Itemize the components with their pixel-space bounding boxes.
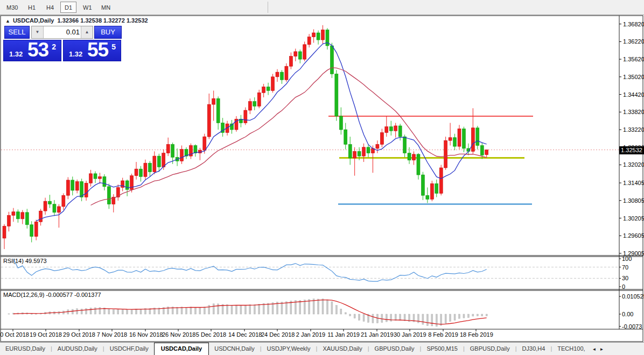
volume-input[interactable]: 0.01: [45, 26, 80, 38]
macd-histogram-bar: [199, 308, 201, 314]
date-axis-label: 21 Jan 2019: [361, 331, 393, 338]
date-axis-label: 19 Oct 2018: [30, 331, 62, 338]
timeframe-button-h4[interactable]: H4: [42, 2, 58, 13]
chart-window: ▲USDCAD,Daily 1.32366 1.32538 1.32272 1.…: [0, 15, 644, 342]
candle-body: [94, 174, 97, 179]
candle-body: [298, 52, 302, 59]
candle-body: [157, 156, 160, 167]
macd-histogram-bar: [8, 314, 10, 314]
candle-body: [39, 211, 43, 222]
macd-histogram-bar: [131, 310, 132, 314]
macd-histogram-bar: [477, 314, 478, 316]
macd-histogram-bar: [58, 311, 60, 314]
tab-usdcnh-daily[interactable]: USDCNH,Daily: [209, 343, 260, 354]
buy-price-panel[interactable]: 1.32 55 5: [63, 40, 121, 61]
rsi-axis-label: 30: [622, 275, 628, 281]
timeframe-button-d1[interactable]: D1: [60, 2, 76, 13]
candle-body: [276, 72, 279, 77]
volume-decrease-icon[interactable]: ▼: [32, 26, 44, 38]
candle-body: [66, 180, 69, 195]
candle-body: [358, 151, 361, 156]
volume-stepper[interactable]: ▼ 0.01 ▲: [31, 26, 93, 39]
tab-sp500-m15[interactable]: SP500,M15: [421, 343, 463, 354]
rsi-axis-label: 70: [622, 264, 628, 271]
macd-histogram-bar: [481, 314, 483, 316]
buy-price-pip: 5: [111, 42, 116, 51]
timeframe-button-w1[interactable]: W1: [79, 2, 96, 13]
buy-price-prefix: 1.32: [69, 50, 82, 58]
date-axis-label: 26 Nov 2018: [162, 331, 194, 338]
candle-body: [394, 126, 397, 131]
macd-histogram-bar: [213, 304, 214, 314]
macd-histogram-bar: [349, 314, 351, 316]
macd-histogram-bar: [459, 314, 460, 318]
candle-body: [85, 183, 88, 197]
sell-price-panel[interactable]: 1.32 53 2: [3, 40, 61, 61]
buy-button[interactable]: BUY: [94, 26, 122, 39]
macd-histogram-bar: [227, 304, 228, 314]
timeframe-button-h1[interactable]: H1: [24, 2, 40, 13]
sell-button[interactable]: SELL: [4, 26, 30, 39]
candle-body: [7, 215, 10, 226]
macd-histogram-bar: [263, 303, 264, 314]
sell-price-pip: 2: [52, 42, 56, 51]
macd-histogram-bar: [445, 314, 446, 323]
macd-histogram-bar: [340, 309, 342, 314]
current-price-tag: 1.32532: [619, 146, 644, 154]
tab-tech100-[interactable]: TECH100,: [552, 343, 590, 354]
timeframe-button-m30[interactable]: M30: [2, 2, 22, 13]
candle-body: [244, 110, 247, 123]
price-axis-label: 1.32020: [623, 161, 644, 168]
candle-body: [376, 144, 379, 148]
candle-body: [3, 226, 6, 238]
rsi-line: [13, 259, 487, 281]
price-axis-label: 1.29605: [623, 232, 644, 239]
candle-body: [34, 222, 38, 236]
tab-usdjpy-weekly[interactable]: USDJPY,Weekly: [262, 343, 316, 354]
macd-histogram-bar: [81, 309, 82, 314]
candle-body: [289, 56, 292, 67]
macd-histogram-bar: [304, 300, 305, 314]
symbol-tab-bar: EURUSD,Daily|AUDUSD,Daily|USDCHF,DailyUS…: [0, 342, 644, 355]
date-axis-label: 29 Oct 2018: [63, 331, 95, 338]
trading-platform-window: M30H1H4D1W1MN ▲USDCAD,Daily 1.32366 1.32…: [0, 0, 644, 355]
timeframe-button-mn[interactable]: MN: [97, 2, 115, 13]
candle-body: [216, 98, 220, 123]
macd-histogram-bar: [313, 299, 314, 314]
macd-histogram-bar: [426, 314, 428, 326]
macd-histogram-bar: [204, 307, 205, 314]
candle-body: [344, 130, 347, 144]
macd-histogram-bar: [99, 308, 101, 314]
macd-histogram-bar: [177, 307, 178, 314]
candle-body: [44, 201, 47, 211]
macd-histogram-bar: [318, 299, 319, 314]
candle-body: [16, 212, 19, 219]
tab-xauusd-daily[interactable]: XAUUSD,Daily: [317, 343, 367, 354]
candle-body: [257, 93, 261, 106]
tab-scroll-right-icon[interactable]: ►: [598, 344, 606, 355]
macd-histogram-bar: [450, 314, 451, 322]
macd-histogram-bar: [331, 302, 333, 314]
candle-body: [471, 128, 474, 152]
candle-body: [267, 87, 270, 90]
date-axis-label: 2 Jan 2019: [295, 331, 327, 338]
tab-usdchf-daily[interactable]: USDCHF,Daily: [104, 343, 154, 354]
tab-eurusd-daily[interactable]: EURUSD,Daily: [0, 343, 51, 354]
tab-gbpusd-daily[interactable]: GBPUSD,Daily: [369, 343, 420, 354]
tab-scroll-left-icon[interactable]: ◄: [591, 344, 598, 355]
tab-dj30-h4[interactable]: DJ30,H4: [517, 343, 551, 354]
candle-body: [153, 156, 156, 172]
candle-body: [48, 201, 52, 204]
candle-body: [430, 183, 433, 199]
tab-audusd-daily[interactable]: AUDUSD,Daily: [52, 343, 103, 354]
volume-increase-icon[interactable]: ▲: [81, 26, 93, 38]
tab-gbpusd-daily[interactable]: GBPUSD,Daily: [465, 343, 515, 354]
macd-histogram-bar: [244, 305, 246, 314]
candle-body: [385, 127, 388, 133]
candle-body: [107, 187, 110, 204]
tab-usdcad-daily[interactable]: USDCAD,Daily: [154, 343, 209, 355]
macd-histogram-bar: [363, 314, 365, 322]
macd-histogram-bar: [386, 314, 387, 322]
macd-histogram-bar: [463, 314, 465, 318]
collapse-triangle-icon[interactable]: ▲: [5, 18, 10, 24]
